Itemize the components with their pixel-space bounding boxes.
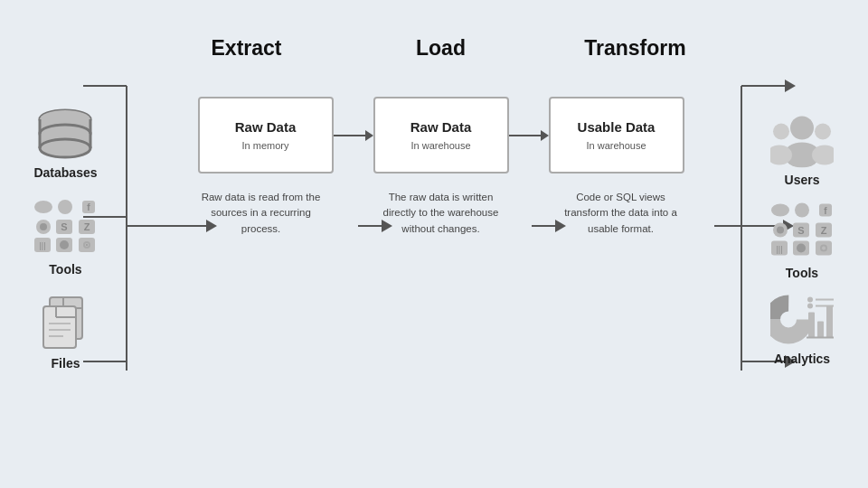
diagram-wrapper: Databases f S Z: [9, 9, 859, 479]
desc-2: The raw data is written directly to the …: [371, 190, 511, 237]
dest-tools-label: Tools: [786, 266, 818, 280]
database-icon: [36, 108, 95, 161]
dest-analytics: Analytics: [770, 293, 834, 366]
users-icon: [770, 114, 834, 168]
svg-point-56: [773, 124, 789, 140]
svg-point-76: [822, 247, 826, 250]
phases-section: Extract Load Transform Raw Data In memor…: [149, 9, 732, 479]
svg-point-61: [795, 203, 809, 218]
svg-rect-81: [826, 306, 833, 338]
usable-data-warehouse-box: Usable Data In warehouse: [549, 97, 684, 174]
svg-text:|||: |||: [39, 241, 45, 250]
files-icon: [36, 293, 95, 352]
desc-3: Code or SQL views transform the data int…: [551, 190, 691, 237]
analytics-label: Analytics: [774, 352, 830, 366]
dest-tools: f S Z ||| Tools: [769, 200, 836, 280]
svg-point-60: [771, 204, 789, 217]
svg-point-73: [797, 244, 806, 253]
svg-rect-79: [808, 313, 815, 338]
svg-point-28: [58, 200, 72, 214]
svg-text:Z: Z: [84, 221, 90, 232]
svg-point-85: [807, 304, 813, 309]
box1-title: Raw Data: [235, 119, 297, 135]
desc-1: Raw data is read from the sources in a r…: [191, 190, 331, 237]
load-header: Load: [416, 36, 466, 60]
flow-boxes: Raw Data In memory Raw Data In warehouse…: [149, 97, 732, 174]
analytics-icon: [770, 293, 834, 347]
svg-point-24: [40, 139, 90, 157]
raw-data-memory-box: Raw Data In memory: [198, 97, 334, 174]
box1-subtitle: In memory: [242, 140, 289, 151]
source-files: Files: [36, 293, 95, 371]
destinations-section: Users f S Z: [752, 123, 852, 366]
source-tools: f S Z ||| Tools: [32, 196, 99, 277]
box2-title: Raw Data: [410, 119, 472, 135]
svg-rect-48: [43, 306, 76, 348]
svg-point-83: [807, 297, 813, 303]
svg-point-32: [40, 223, 47, 230]
svg-rect-80: [817, 322, 824, 338]
dest-tools-icon: f S Z |||: [769, 200, 836, 261]
sources-section: Databases f S Z: [18, 117, 113, 371]
extract-header: Extract: [212, 36, 282, 60]
svg-point-44: [86, 244, 88, 246]
databases-label: Databases: [33, 165, 97, 180]
raw-data-warehouse-box: Raw Data In warehouse: [373, 97, 509, 174]
source-databases: Databases: [33, 108, 97, 180]
tools-icon: f S Z |||: [32, 196, 99, 258]
dest-users: Users: [770, 114, 834, 187]
svg-point-54: [790, 117, 814, 140]
files-label: Files: [52, 356, 80, 371]
svg-text:S: S: [61, 221, 67, 232]
svg-point-65: [777, 227, 784, 234]
arrow-1-2: [334, 130, 373, 141]
descriptions: Raw data is read from the sources in a r…: [149, 190, 732, 237]
phase-headers: Extract Load Transform: [149, 9, 732, 70]
arrow-2-3: [509, 130, 549, 141]
box3-subtitle: In warehouse: [586, 140, 646, 151]
svg-text:|||: |||: [776, 245, 782, 254]
svg-point-40: [60, 240, 69, 249]
users-label: Users: [785, 173, 820, 187]
svg-point-58: [815, 124, 831, 140]
svg-point-27: [34, 201, 52, 213]
box2-subtitle: In warehouse: [410, 140, 470, 151]
box3-title: Usable Data: [578, 119, 656, 135]
svg-text:Z: Z: [820, 225, 826, 236]
svg-text:S: S: [797, 225, 804, 236]
tools-label: Tools: [49, 262, 81, 277]
transform-header: Transform: [584, 36, 685, 60]
svg-marker-13: [785, 80, 796, 92]
